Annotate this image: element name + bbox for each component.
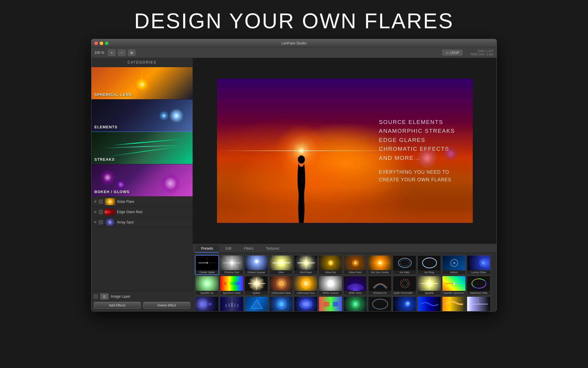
category-elements[interactable]: ELEMENTS	[91, 100, 193, 132]
checkbox-edge[interactable]	[99, 210, 103, 214]
preset-iridium[interactable]: Iridium	[442, 255, 466, 275]
svg-point-70	[472, 279, 486, 288]
category-bokeh[interactable]: BOKEH / GLOWS	[91, 164, 193, 197]
svg-line-10	[232, 263, 238, 269]
preset-distant-quasar[interactable]: Distant Quasar	[245, 255, 268, 275]
add-effects-button[interactable]: Add Effects	[94, 302, 141, 309]
preset-white-source[interactable]: White Source	[319, 276, 342, 295]
svg-point-69	[453, 283, 455, 284]
category-streaks-label: STREAKS	[94, 157, 115, 162]
preset-chroma-arc[interactable]: Chroma Arc	[368, 276, 392, 295]
preset-lens-rim[interactable]: Lens Rim	[368, 296, 392, 311]
svg-point-16	[280, 262, 282, 264]
preset-blue-big-sprite[interactable]: Blue Big Sprite	[269, 296, 293, 311]
person-silhouette	[293, 152, 310, 223]
svg-point-59	[347, 284, 364, 289]
svg-point-21	[305, 262, 307, 263]
presets-grid: Center Spike Chroma Star D	[193, 253, 497, 311]
preset-glint[interactable]: Glint	[269, 255, 293, 275]
svg-line-49	[257, 284, 263, 288]
eye-icon-solar[interactable]: 👁	[94, 200, 97, 203]
preset-wide-glow[interactable]: Wide Glow	[343, 276, 367, 295]
crop-icon: ▭	[446, 51, 449, 54]
preset-blue-blob[interactable]: Blue Blob	[294, 296, 318, 311]
eye-icon-edge[interactable]: 👁	[94, 210, 97, 214]
preset-sparkle-spectrum-name: Sparkle Spectrum	[442, 291, 465, 295]
overlay-line-3: EDGE GLARES	[379, 136, 455, 145]
category-spherical-lens[interactable]: SPHERICAL LENS	[91, 67, 193, 100]
eye-icon-array[interactable]: 👁	[94, 221, 97, 224]
preset-unfocused-sun[interactable]: Unfocused Sun	[294, 276, 318, 295]
preset-edge-glare-rays[interactable]: Edge Glare Rays	[467, 296, 490, 311]
svg-point-4	[207, 262, 208, 263]
overlay-line-7: CREATE YOUR OWN FLARES	[379, 176, 455, 184]
preset-center-spike[interactable]: Center Spike	[195, 255, 219, 275]
preset-dash-chromaring[interactable]: Dash ChromaRing	[393, 276, 416, 295]
preset-hot-sun-center[interactable]: Hot Sun Center	[368, 255, 392, 275]
presets-row-2: Sparkle Iris Spectrum Glow	[195, 276, 494, 295]
preview-canvas[interactable]: SOURCE ELEMENTS ANAMORPHIC STREAKS EDGE …	[193, 58, 497, 243]
preset-glow-dot[interactable]: Glow Dot	[319, 255, 342, 275]
presets-row-3: Array Spot Array Ticks Arr	[195, 296, 494, 311]
preset-green-sprite[interactable]: Green Sprite	[343, 296, 367, 311]
fullscreen-button[interactable]	[105, 42, 108, 45]
svg-line-41	[201, 279, 207, 284]
preset-glint-rays[interactable]: Glint Rays	[294, 255, 318, 275]
preset-distant-quasar-name: Distant Quasar	[245, 270, 268, 274]
svg-line-93	[472, 300, 473, 304]
preset-lumos-glow[interactable]: Lumos Glow	[467, 255, 490, 275]
preset-spectrum-glow-name: Spectrum Glow	[220, 291, 243, 295]
tab-filters[interactable]: Filters	[238, 245, 259, 253]
layer-solar-flare[interactable]: 👁 Solar Flare	[91, 197, 193, 207]
checkbox-array[interactable]	[99, 220, 103, 224]
zoom-out-button[interactable]: −	[118, 49, 126, 56]
preset-sparkle-iris-name: Sparkle Iris	[196, 291, 218, 295]
preset-chroma-star[interactable]: Chroma Star	[220, 255, 243, 275]
preset-sparkle-iris[interactable]: Sparkle Iris	[195, 276, 219, 295]
bottom-tabs: Presets Edit Filters Textures	[193, 244, 497, 253]
preset-small-blue-sprite[interactable]: Small Blue Sprite	[393, 296, 416, 311]
svg-point-91	[407, 302, 409, 305]
tab-textures[interactable]: Textures	[260, 245, 285, 253]
preset-unfocused-glow[interactable]: Unfocused Glow	[269, 276, 293, 295]
move-button[interactable]: ⊕	[128, 49, 136, 56]
close-button[interactable]	[94, 42, 98, 45]
svg-point-11	[231, 262, 233, 264]
svg-point-0	[298, 155, 305, 164]
page-title-text: DESIGN YOUR OWN FLARES	[0, 0, 588, 39]
delete-effect-button[interactable]: Delete Effect	[143, 302, 190, 309]
tab-presets[interactable]: Presets	[195, 245, 219, 253]
preset-array-ticks[interactable]: Array Ticks	[220, 296, 243, 311]
layer-edge-glare-red[interactable]: 👁 Edge Glare Red	[91, 207, 193, 217]
svg-rect-86	[333, 302, 338, 306]
preset-chroma-segment[interactable]: Chroma Segment	[319, 296, 342, 311]
layer-name-solar: Solar Flare	[117, 200, 134, 204]
preset-sparkle-spectrum[interactable]: Sparkle Spectrum	[442, 276, 466, 295]
category-streaks[interactable]: STREAKS	[91, 132, 193, 164]
preset-ice-ring[interactable]: Ice Ring	[417, 255, 441, 275]
preset-sparkle[interactable]: Sparkle	[417, 276, 441, 295]
flare-orb-right	[417, 148, 437, 168]
image-layer-checkbox[interactable]	[94, 294, 98, 299]
overlay-line-1: SOURCE ELEMENTS	[379, 118, 455, 127]
preset-ice-halo[interactable]: Ice Halo	[393, 255, 416, 275]
preset-spikes[interactable]: Spikes	[245, 276, 268, 295]
crop-label: CROP	[450, 51, 459, 54]
preset-lumos-glow-name: Lumos Glow	[467, 270, 490, 274]
preset-spectrum-halo[interactable]: Spectrum Halo	[467, 276, 490, 295]
minimize-button[interactable]	[100, 42, 103, 45]
category-bokeh-label: BOKEH / GLOWS	[94, 190, 130, 194]
sidebar: CATEGORIES SPHERICAL LENS ELEMENTS	[91, 58, 193, 311]
layer-array-spot[interactable]: 👁 Array Spot	[91, 217, 193, 228]
preset-array-triangle[interactable]: Array Triangle	[245, 296, 268, 311]
preset-edge-glare-blue[interactable]: Edge Glare Blue	[417, 296, 441, 311]
preset-spectrum-glow[interactable]: Spectrum Glow	[220, 276, 243, 295]
preset-array-spot[interactable]: Array Spot	[195, 296, 219, 311]
checkbox-solar[interactable]	[99, 200, 103, 204]
zoom-in-button[interactable]: +	[108, 49, 116, 56]
crop-button[interactable]: ▭ CROP	[442, 50, 462, 55]
zoom-level: 100 %	[94, 51, 104, 55]
preset-glow-point[interactable]: Glow Point	[343, 255, 367, 275]
tab-edit[interactable]: Edit	[220, 245, 238, 253]
preset-edge-glare-glow[interactable]: Edge Glare Glow	[442, 296, 466, 311]
